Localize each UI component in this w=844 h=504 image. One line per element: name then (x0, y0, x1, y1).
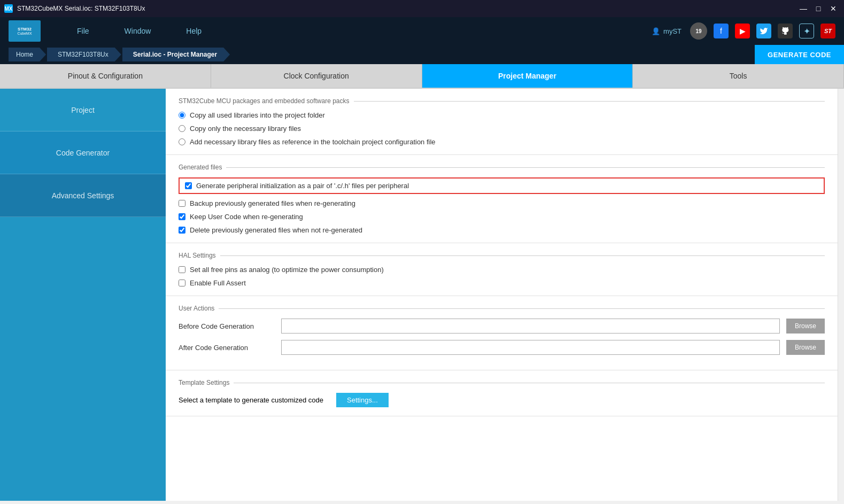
radio-copy-necessary-label: Copy only the necessary library files (190, 125, 301, 133)
breadcrumb-bar: Home STM32F103T8Ux Serial.ioc - Project … (0, 45, 844, 64)
radio-copy-all-label: Copy all used libraries into the project… (190, 111, 325, 119)
sidebar-item-advanced-settings[interactable]: Advanced Settings (0, 174, 166, 217)
sidebar: Project Code Generator Advanced Settings (0, 89, 166, 501)
radio-copy-all-input[interactable] (179, 112, 185, 119)
checkbox-full-assert[interactable]: Enable Full Assert (179, 279, 825, 287)
app-icon: MX (4, 4, 13, 13)
sidebar-code-generator-label: Code Generator (56, 149, 110, 157)
checkbox-keep-user-code-label: Keep User Code when re-generating (190, 213, 303, 221)
menu-file[interactable]: File (73, 25, 94, 37)
checkbox-backup-label: Backup previously generated files when r… (190, 199, 355, 207)
checkbox-keep-user-code-input[interactable] (179, 213, 185, 220)
checkbox-peripheral-init-input[interactable] (185, 182, 192, 189)
breadcrumb: Home STM32F103T8Ux Serial.ioc - Project … (9, 48, 231, 61)
before-code-label: Before Code Generation (179, 322, 275, 330)
logo-top-text: STM32 (18, 27, 32, 32)
st-icon[interactable]: ST (820, 24, 835, 38)
after-code-generation-row: After Code Generation Browse (179, 340, 825, 355)
generated-files-title: Generated files (179, 164, 825, 171)
checkbox-backup-input[interactable] (179, 200, 185, 207)
after-code-input[interactable] (281, 340, 780, 355)
tab-pinout[interactable]: Pinout & Configuration (0, 64, 211, 88)
title-bar-controls: — □ ✕ (797, 3, 840, 14)
after-code-browse-button[interactable]: Browse (786, 340, 825, 355)
radio-copy-necessary[interactable]: Copy only the necessary library files (179, 125, 825, 133)
title-bar-left: MX STM32CubeMX Serial.ioc: STM32F103T8Ux (4, 4, 145, 13)
tab-bar: Pinout & Configuration Clock Configurati… (0, 64, 844, 89)
title-bar-text: STM32CubeMX Serial.ioc: STM32F103T8Ux (17, 5, 145, 12)
logo-area: STM32 CubeMX (9, 20, 41, 42)
tab-project-manager[interactable]: Project Manager (422, 64, 633, 88)
scrollbar[interactable] (838, 89, 844, 501)
close-button[interactable]: ✕ (827, 3, 840, 14)
menu-items: File Window Help (73, 25, 206, 37)
hal-settings-options: Set all free pins as analog (to optimize… (179, 266, 825, 287)
menu-bar: STM32 CubeMX File Window Help 👤 myST 19 … (0, 17, 844, 45)
checkbox-free-pins[interactable]: Set all free pins as analog (to optimize… (179, 266, 825, 274)
social-icons: 19 f ▶ ✦ ST (690, 22, 835, 40)
maximize-button[interactable]: □ (812, 3, 825, 14)
checkbox-keep-user-code[interactable]: Keep User Code when re-generating (179, 213, 825, 221)
youtube-icon[interactable]: ▶ (735, 24, 750, 38)
app-logo: STM32 CubeMX (9, 20, 41, 42)
template-settings-button[interactable]: Settings... (336, 393, 389, 407)
before-code-input[interactable] (281, 319, 780, 334)
tab-tools[interactable]: Tools (633, 64, 844, 88)
template-settings-row: Select a template to generate customized… (179, 393, 825, 407)
menu-bar-right: 👤 myST 19 f ▶ ✦ ST (652, 22, 835, 40)
network-icon[interactable]: ✦ (799, 24, 814, 38)
mcu-packages-options: Copy all used libraries into the project… (179, 111, 825, 146)
myst-button[interactable]: 👤 myST (652, 27, 682, 35)
version-icon: 19 (690, 22, 707, 40)
checkbox-delete-generated-label: Delete previously generated files when n… (190, 226, 362, 234)
hal-settings-title: HAL Settings (179, 252, 825, 259)
checkbox-free-pins-label: Set all free pins as analog (to optimize… (190, 266, 384, 274)
breadcrumb-mcu[interactable]: STM32F103T8Ux (47, 48, 121, 61)
radio-copy-all[interactable]: Copy all used libraries into the project… (179, 111, 825, 119)
minimize-button[interactable]: — (797, 3, 810, 14)
user-actions-section: User Actions Before Code Generation Brow… (166, 296, 838, 370)
sidebar-item-code-generator[interactable]: Code Generator (0, 131, 166, 174)
user-actions-title: User Actions (179, 305, 825, 312)
checkbox-free-pins-input[interactable] (179, 266, 185, 273)
breadcrumb-home[interactable]: Home (9, 48, 46, 61)
after-code-label: After Code Generation (179, 344, 275, 352)
title-bar: MX STM32CubeMX Serial.ioc: STM32F103T8Ux… (0, 0, 844, 17)
menu-help[interactable]: Help (182, 25, 206, 37)
checkbox-peripheral-init[interactable]: Generate peripheral initialization as a … (179, 177, 825, 194)
sidebar-advanced-settings-label: Advanced Settings (52, 191, 114, 200)
generated-files-section: Generated files Generate peripheral init… (166, 155, 838, 243)
before-code-generation-row: Before Code Generation Browse (179, 319, 825, 334)
checkbox-delete-generated[interactable]: Delete previously generated files when n… (179, 226, 825, 234)
mcu-packages-title: STM32Cube MCU packages and embedded soft… (179, 97, 825, 105)
template-settings-title: Template Settings (179, 379, 825, 386)
facebook-icon[interactable]: f (714, 24, 729, 38)
menu-bar-left: STM32 CubeMX File Window Help (9, 20, 206, 42)
template-settings-section: Template Settings Select a template to g… (166, 370, 838, 416)
radio-add-reference[interactable]: Add necessary library files as reference… (179, 138, 825, 146)
menu-window[interactable]: Window (120, 25, 156, 37)
content-area: STM32Cube MCU packages and embedded soft… (166, 89, 838, 501)
checkbox-peripheral-init-label: Generate peripheral initialization as a … (196, 182, 409, 190)
tab-clock[interactable]: Clock Configuration (211, 64, 422, 88)
checkbox-delete-generated-input[interactable] (179, 227, 185, 234)
breadcrumb-project-manager[interactable]: Serial.ioc - Project Manager (122, 48, 230, 61)
radio-copy-necessary-input[interactable] (179, 125, 185, 132)
checkbox-backup[interactable]: Backup previously generated files when r… (179, 199, 825, 207)
before-code-browse-button[interactable]: Browse (786, 319, 825, 334)
radio-add-reference-input[interactable] (179, 138, 185, 145)
myst-label: myST (663, 27, 682, 35)
sidebar-item-project[interactable]: Project (0, 89, 166, 131)
hal-settings-section: HAL Settings Set all free pins as analog… (166, 243, 838, 296)
person-icon: 👤 (652, 27, 660, 35)
logo-bottom-text: CubeMX (17, 32, 32, 35)
checkbox-full-assert-label: Enable Full Assert (190, 279, 246, 287)
generate-code-button[interactable]: GENERATE CODE (755, 45, 844, 64)
generated-files-options: Generate peripheral initialization as a … (179, 177, 825, 234)
github-icon[interactable] (778, 24, 793, 38)
checkbox-full-assert-input[interactable] (179, 280, 185, 286)
twitter-icon[interactable] (756, 24, 771, 38)
template-settings-description: Select a template to generate customized… (179, 396, 323, 404)
radio-add-reference-label: Add necessary library files as reference… (190, 138, 436, 146)
sidebar-project-label: Project (71, 106, 95, 114)
